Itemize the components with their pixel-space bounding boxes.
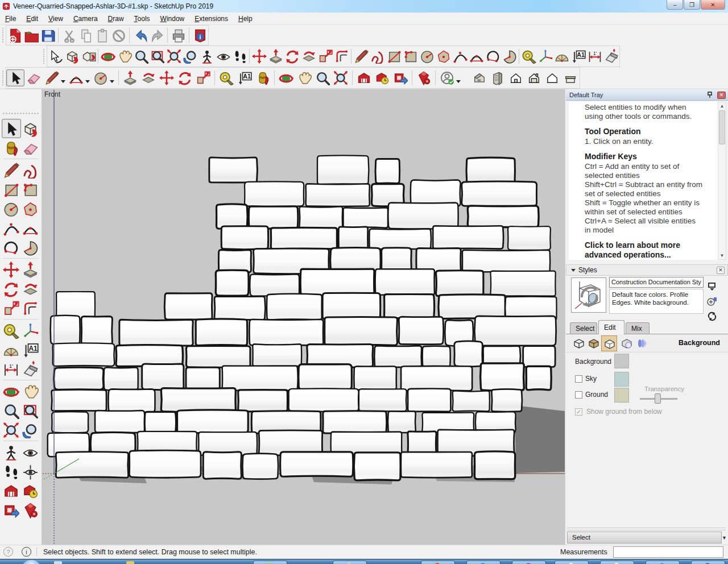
eraser-tool[interactable] (24, 69, 43, 86)
tray-resize-grip[interactable] (567, 528, 726, 530)
edge-settings-icon[interactable] (573, 337, 585, 350)
face-settings-icon[interactable] (588, 337, 600, 350)
view-back-button[interactable] (525, 69, 543, 86)
follow-me-tool[interactable] (300, 48, 317, 65)
paint-bucket-tool[interactable] (2, 138, 21, 157)
axes-tool[interactable] (21, 321, 40, 340)
geolocation-icon[interactable]: ? (3, 547, 13, 557)
pie-tool[interactable] (21, 238, 40, 257)
pin-icon[interactable] (707, 92, 713, 98)
two-point-arc-tool[interactable] (468, 48, 485, 65)
taskbar-tray-icon[interactable] (54, 561, 62, 564)
instructor-scrollbar[interactable]: ▲ ▼ (718, 102, 726, 260)
taskbar-app-button[interactable] (333, 561, 367, 564)
maximize-button[interactable]: ❐ (684, 0, 700, 10)
move-tool[interactable] (2, 260, 21, 279)
three-point-arc-tool[interactable] (485, 48, 501, 65)
protractor-tool[interactable] (553, 48, 570, 65)
3d-warehouse-button[interactable] (2, 481, 21, 500)
arc-tool[interactable] (67, 69, 85, 86)
pie-tool[interactable] (501, 48, 518, 65)
tab-select[interactable]: Select (570, 322, 597, 334)
ruby-console-button[interactable] (415, 69, 433, 86)
zoom-extents-tool[interactable] (332, 69, 350, 86)
zoom-tool[interactable] (313, 69, 332, 86)
show-ground-checkbox[interactable]: ✓ (575, 408, 582, 416)
ground-swatch[interactable] (614, 388, 629, 403)
toolbar-grip[interactable] (42, 49, 46, 64)
watermark-settings-icon[interactable] (621, 337, 633, 350)
menu-help[interactable]: Help (233, 14, 258, 24)
style-thumbnail[interactable] (571, 277, 606, 313)
scroll-down-icon[interactable]: ▼ (719, 252, 725, 259)
tab-edit[interactable]: Edit (598, 320, 624, 334)
view-iso-button[interactable] (470, 69, 489, 86)
cut-button[interactable] (61, 27, 77, 44)
style-name-input[interactable]: Construction Documentation Sty (609, 277, 704, 288)
print-button[interactable] (170, 27, 187, 44)
scale-tool[interactable] (317, 48, 333, 65)
close-button[interactable]: ✕ (701, 0, 725, 10)
viewport[interactable]: Front (42, 89, 565, 545)
erase-button[interactable] (110, 27, 127, 44)
scale-tool[interactable] (2, 298, 21, 318)
dimension-tool[interactable]: 1' (2, 359, 21, 379)
two-point-arc-tool[interactable] (21, 218, 40, 238)
view-front-button[interactable] (507, 69, 525, 86)
offset-tool[interactable] (21, 298, 40, 318)
ruby-console-button[interactable] (21, 500, 40, 520)
create-new-style-icon[interactable] (706, 296, 718, 306)
measurements-input[interactable] (613, 546, 723, 558)
menu-camera[interactable]: Camera (68, 14, 103, 24)
scroll-thumb[interactable] (719, 110, 725, 144)
select-tool[interactable] (6, 69, 24, 86)
zoom-tool[interactable] (2, 401, 21, 420)
new-file-button[interactable] (6, 27, 23, 44)
orbit-compass-tool[interactable] (21, 462, 40, 481)
taskbar-app-button[interactable] (466, 561, 500, 564)
arc-tool[interactable] (452, 48, 468, 65)
orbit-tool[interactable] (100, 48, 116, 65)
tape-measure-tool[interactable] (2, 321, 21, 340)
select-rollup-bar[interactable]: Select (567, 532, 722, 544)
taskbar-app-button[interactable] (253, 561, 287, 564)
tab-mix[interactable]: Mix (626, 322, 650, 334)
zoom-window-tool[interactable] (149, 48, 166, 65)
start-button[interactable] (22, 560, 41, 564)
save-button[interactable] (39, 27, 56, 44)
orbit-tool[interactable] (2, 381, 21, 401)
taskbar-tray-icon[interactable] (126, 561, 134, 564)
undo-button[interactable] (132, 27, 148, 44)
tray-header[interactable]: Default Tray ✕ (566, 90, 728, 101)
sky-swatch[interactable] (614, 372, 629, 387)
styles-header[interactable]: Styles ✕ (566, 264, 728, 276)
position-camera-tool[interactable] (2, 442, 21, 462)
3d-warehouse-button[interactable] (355, 69, 373, 86)
tape-measure-tool[interactable] (520, 48, 537, 65)
share-model-button[interactable] (2, 500, 21, 520)
style-description[interactable]: Default face colors. Profile Edges. Whit… (609, 289, 704, 314)
ground-checkbox[interactable] (575, 391, 582, 399)
polygon-tool[interactable] (435, 48, 452, 65)
display-secondary-pane-icon[interactable] (706, 281, 718, 292)
open-button[interactable] (23, 27, 39, 44)
polygon-tool[interactable] (21, 199, 40, 218)
scale-tool[interactable] (194, 69, 212, 86)
select-tool[interactable] (2, 119, 21, 138)
scroll-up-icon[interactable]: ▲ (719, 103, 725, 109)
pan-tool[interactable] (116, 48, 133, 65)
line-tool[interactable] (353, 48, 369, 65)
arc-tool-dropdown-icon[interactable] (85, 80, 90, 83)
taskbar-app-button[interactable] (600, 561, 634, 564)
line-tool[interactable] (43, 69, 61, 86)
menu-edit[interactable]: Edit (21, 14, 43, 24)
move-tool[interactable] (158, 69, 176, 86)
transparency-slider-thumb[interactable] (655, 393, 661, 404)
extension-warehouse-button[interactable] (21, 481, 40, 500)
menu-extensions[interactable]: Extensions (189, 14, 233, 24)
tape-measure-tool[interactable] (217, 69, 235, 86)
axes-tool[interactable] (537, 48, 553, 65)
update-style-icon[interactable] (706, 311, 718, 321)
section-plane-tool[interactable] (603, 48, 619, 65)
modeling-settings-icon[interactable] (635, 337, 648, 350)
